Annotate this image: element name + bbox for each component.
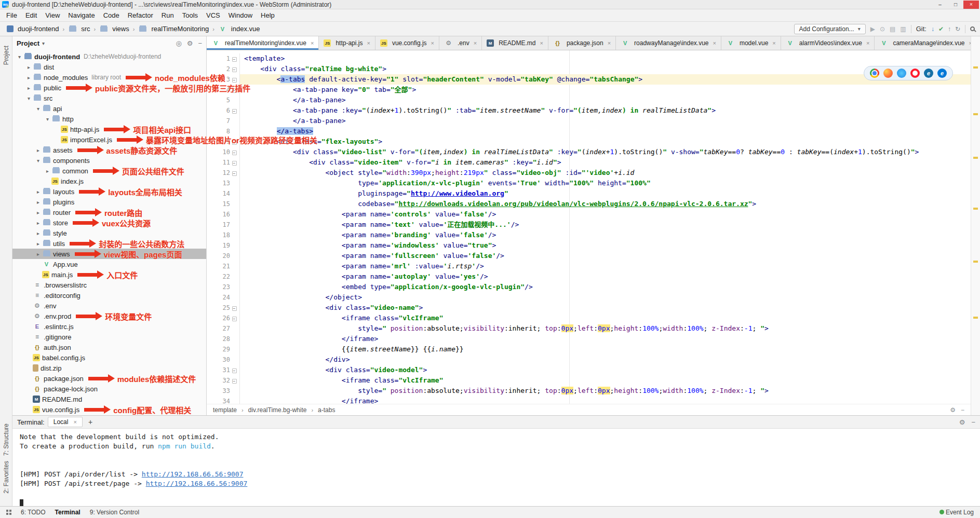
inspection-mark[interactable] — [973, 157, 978, 159]
firefox-icon[interactable] — [883, 69, 893, 78]
tree-item-store[interactable]: ▸storevuex公共资源 — [12, 217, 206, 228]
chevron-right-icon[interactable]: ▸ — [34, 189, 42, 195]
breadcrumb-item-duoji-frontend[interactable]: duoji-frontend — [5, 24, 61, 33]
close-tab-icon[interactable]: × — [772, 40, 775, 46]
line-number[interactable]: 12 — [213, 168, 230, 178]
settings-icon[interactable]: ⚙ — [187, 39, 193, 47]
git-update-icon[interactable]: ↓ — [931, 25, 934, 33]
line-number[interactable]: 14 — [213, 188, 230, 199]
line-number[interactable]: 10 — [213, 147, 230, 157]
line-number[interactable]: 11 — [213, 157, 230, 168]
code-text[interactable]: <div class="realTime bg-white"> — [240, 64, 971, 74]
code-text[interactable]: <embed type="application/x-google-vlc-pl… — [240, 282, 971, 292]
line-number[interactable]: 21 — [213, 261, 230, 271]
code-text[interactable]: <div class="flex-layouts"> — [240, 137, 971, 147]
profiler-icon[interactable]: ▥ — [900, 25, 906, 33]
fold-marker[interactable]: − — [230, 64, 238, 74]
tree-item-http[interactable]: ▾http — [12, 114, 206, 124]
fold-collapse-icon[interactable]: − — [232, 317, 237, 321]
tree-item-auth-json[interactable]: {}auth.json — [12, 342, 206, 352]
line-number[interactable]: 16 — [213, 209, 230, 220]
code-text[interactable]: <template> — [240, 53, 971, 64]
code-text[interactable]: </iframe> — [240, 334, 971, 344]
chevron-down-icon[interactable]: ▾ — [25, 96, 33, 101]
chevron-down-icon[interactable]: ▾ — [34, 106, 42, 112]
git-history-icon[interactable]: ↻ — [955, 25, 960, 33]
line-number[interactable]: 20 — [213, 251, 230, 261]
tree-item-router[interactable]: ▸routerrouter路由 — [12, 207, 206, 217]
tree-item-plugins[interactable]: ▸plugins — [12, 197, 206, 207]
fold-marker[interactable]: − — [230, 105, 238, 116]
editor-tab-package-json[interactable]: {}package.json× — [548, 36, 616, 50]
line-number[interactable]: 33 — [213, 386, 230, 396]
edge-icon[interactable]: e — [937, 69, 947, 78]
code-text[interactable]: <param name='controls' value='false'/> — [240, 209, 971, 220]
close-tab-icon[interactable]: × — [540, 40, 543, 46]
chevron-right-icon[interactable]: ▸ — [34, 241, 42, 247]
chevron-right-icon[interactable]: ▸ — [34, 147, 42, 153]
fold-marker[interactable]: − — [230, 53, 238, 64]
editor-breadcrumb-div-realtime-bg-white[interactable]: div.realTime.bg-white — [248, 406, 307, 414]
tree-item-http-api-js[interactable]: JShttp-api.js项目相关api接口 — [12, 124, 206, 134]
code-text[interactable]: pluginspage="http://www.videolan.org" — [240, 188, 971, 199]
tree-item-style[interactable]: ▸style — [12, 228, 206, 238]
tree-item-src[interactable]: ▾src — [12, 93, 206, 103]
line-number[interactable]: 27 — [213, 323, 230, 334]
editor-tab-alarmvideos-index-vue[interactable]: ValarmVideos\index.vue× — [781, 36, 875, 50]
close-tab-icon[interactable]: × — [73, 419, 76, 425]
editor-tab-model-vue[interactable]: Vmodel.vue× — [721, 36, 781, 50]
line-number[interactable]: 15 — [213, 199, 230, 209]
tree-item-assets[interactable]: ▸assetsassets静态资源文件 — [12, 145, 206, 155]
code-text[interactable]: <param name='autoplay' value='yes'/> — [240, 271, 971, 282]
breadcrumb-item-views[interactable]: views — [98, 24, 131, 33]
code-area[interactable]: 1−<template>2− <div class="realTime bg-w… — [207, 50, 971, 404]
tree-item-importexcel-js[interactable]: JSimportExcel.js暴露环境变量地址给图片or视频资源路径变量相关 — [12, 134, 206, 145]
chrome-icon[interactable] — [870, 69, 879, 78]
chevron-right-icon[interactable]: ▸ — [34, 220, 42, 226]
chevron-right-icon[interactable]: ▸ — [25, 75, 33, 80]
chevron-right-icon[interactable]: ▸ — [34, 199, 42, 205]
chevron-right-icon[interactable]: ▸ — [44, 168, 51, 174]
menu-item-help[interactable]: Help — [257, 10, 279, 21]
tree-item-views[interactable]: ▸viewsview视图、pages页面 — [12, 249, 206, 259]
tree-item-app-vue[interactable]: VApp.vue — [12, 259, 206, 269]
chevron-down-icon[interactable]: ▾ — [16, 54, 23, 60]
editor-breadcrumb-template[interactable]: template — [213, 406, 237, 414]
tree-item-env-prod[interactable]: ⚙.env.prod环境变量文件 — [12, 311, 206, 321]
editor-tab-env[interactable]: ⚙.env× — [439, 36, 482, 50]
code-text[interactable]: <div class="video-item" v-for="i in item… — [240, 157, 971, 168]
code-text[interactable]: <a-tab-pane :key="(index+1).toString()" … — [240, 105, 971, 116]
code-text[interactable]: <param name='text' value='正在加载视频中...'/> — [240, 220, 971, 230]
run-icon[interactable]: ▶ — [870, 25, 875, 33]
line-number[interactable]: 23 — [213, 282, 230, 292]
tree-item-node-modules[interactable]: ▸node_moduleslibrary rootnode_modules依赖 — [12, 72, 206, 83]
project-panel-title[interactable]: Project — [17, 39, 39, 47]
code-text[interactable]: </object> — [240, 292, 971, 303]
fold-collapse-icon[interactable]: − — [232, 306, 237, 311]
fold-marker[interactable]: − — [230, 168, 238, 178]
locate-icon[interactable]: ◎ — [176, 39, 181, 47]
status-item-terminal[interactable]: Terminal — [55, 509, 80, 516]
inspection-mark[interactable] — [973, 66, 978, 69]
fold-marker[interactable]: − — [230, 303, 238, 313]
code-text[interactable]: <object style="width:390px;height:219px"… — [240, 168, 971, 178]
close-tab-icon[interactable]: × — [367, 40, 370, 46]
code-text[interactable]: <a-tabs default-active-key="1" slot="hea… — [240, 74, 971, 85]
code-text[interactable]: type='application/x-vlc-plugin' events='… — [240, 178, 971, 188]
debug-icon[interactable]: ⊙ — [880, 25, 885, 33]
line-number[interactable]: 34 — [213, 396, 230, 404]
inspection-mark[interactable] — [973, 113, 978, 115]
status-item-9-version-control[interactable]: 9: Version Control — [90, 509, 139, 516]
close-tab-icon[interactable]: × — [866, 40, 869, 46]
minimize-button[interactable]: – — [932, 1, 948, 9]
menu-item-file[interactable]: File — [2, 10, 21, 21]
code-text[interactable]: <iframe class="vlcIframe" — [240, 375, 971, 386]
code-text[interactable]: <param name='windowless' value="true"> — [240, 240, 971, 251]
tree-item-browserslistrc[interactable]: ≡.browserslistrc — [12, 280, 206, 290]
ie-icon[interactable]: e — [924, 69, 933, 78]
close-tab-icon[interactable]: × — [474, 40, 477, 46]
settings-icon[interactable]: ⚙ — [950, 406, 956, 414]
chevron-down-icon[interactable]: ▾ — [34, 158, 42, 163]
line-number[interactable]: 7 — [213, 116, 230, 126]
status-item-event-log[interactable]: Event Log — [939, 509, 974, 516]
